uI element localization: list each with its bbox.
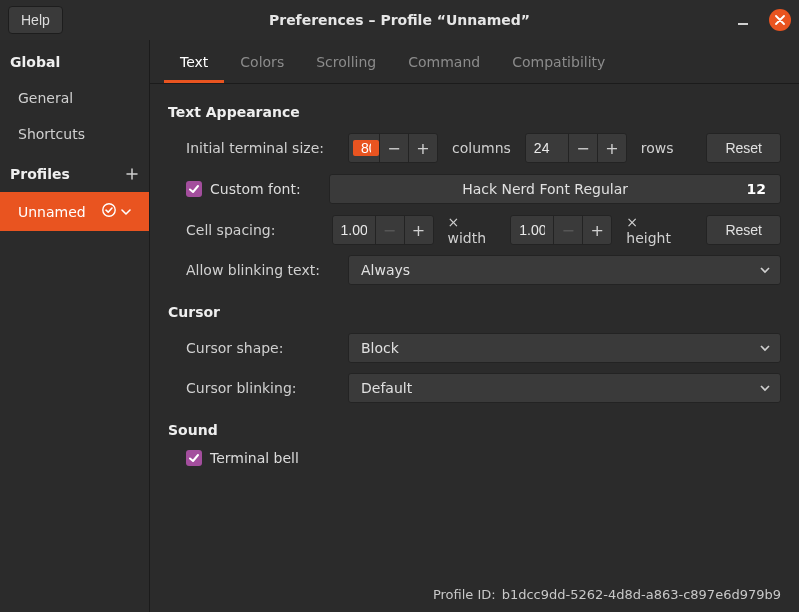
custom-font-label: Custom font:	[210, 181, 301, 197]
terminal-bell-checkbox[interactable]	[186, 450, 202, 466]
sidebar-item-general[interactable]: General	[0, 80, 149, 116]
titlebar: Help Preferences – Profile “Unnamed”	[0, 0, 799, 40]
window-title: Preferences – Profile “Unnamed”	[269, 12, 530, 28]
chevron-down-icon	[760, 380, 770, 396]
cell-height-unit: × height	[626, 214, 680, 246]
profile-menu-caret-icon[interactable]	[121, 204, 131, 220]
sidebar-header-profiles: Profiles	[0, 152, 149, 192]
tabs: Text Colors Scrolling Command Compatibil…	[150, 40, 799, 84]
footer: Profile ID: b1dcc9dd-5262-4d8d-a863-c897…	[150, 576, 799, 612]
cell-width-stepper[interactable]: − +	[332, 215, 434, 245]
close-button[interactable]	[769, 9, 791, 31]
cursor-blinking-dropdown[interactable]: Default	[348, 373, 781, 403]
terminal-bell-label: Terminal bell	[210, 450, 299, 466]
tab-text[interactable]: Text	[164, 40, 224, 83]
cell-height-plus[interactable]: +	[583, 216, 611, 244]
rows-minus[interactable]: −	[569, 134, 597, 162]
section-text-appearance: Text Appearance	[168, 104, 781, 120]
sidebar: Global General Shortcuts Profiles Unname…	[0, 40, 150, 612]
chevron-down-icon	[760, 262, 770, 278]
font-chooser-button[interactable]: Hack Nerd Font Regular 12	[329, 174, 781, 204]
rows-stepper[interactable]: − +	[525, 133, 627, 163]
cell-width-input[interactable]	[333, 222, 375, 238]
default-profile-icon	[101, 202, 117, 221]
cell-spacing-label: Cell spacing:	[186, 222, 320, 238]
rows-plus[interactable]: +	[598, 134, 626, 162]
columns-minus[interactable]: −	[380, 134, 408, 162]
columns-input[interactable]	[353, 140, 379, 156]
tab-scrolling[interactable]: Scrolling	[300, 40, 392, 83]
sidebar-item-label: Unnamed	[18, 204, 86, 220]
font-size: 12	[747, 181, 766, 197]
custom-font-checkbox[interactable]	[186, 181, 202, 197]
cell-height-input[interactable]	[511, 222, 553, 238]
tab-content: Text Appearance Initial terminal size: −…	[150, 84, 799, 576]
tab-command[interactable]: Command	[392, 40, 496, 83]
allow-blinking-dropdown[interactable]: Always	[348, 255, 781, 285]
sidebar-header-global: Global	[0, 40, 149, 80]
reset-size-button[interactable]: Reset	[706, 133, 781, 163]
font-name: Hack Nerd Font Regular	[344, 181, 747, 197]
cell-width-unit: × width	[448, 214, 497, 246]
cursor-shape-label: Cursor shape:	[186, 340, 336, 356]
profile-id-label: Profile ID:	[433, 587, 496, 602]
cell-width-plus[interactable]: +	[405, 216, 433, 244]
columns-plus[interactable]: +	[409, 134, 437, 162]
columns-stepper[interactable]: − +	[348, 133, 438, 163]
section-sound: Sound	[168, 422, 781, 438]
svg-point-1	[103, 204, 115, 216]
cell-height-minus: −	[554, 216, 582, 244]
tab-compatibility[interactable]: Compatibility	[496, 40, 621, 83]
allow-blinking-label: Allow blinking text:	[186, 262, 336, 278]
reset-spacing-button[interactable]: Reset	[706, 215, 781, 245]
sidebar-item-shortcuts[interactable]: Shortcuts	[0, 116, 149, 152]
cursor-shape-dropdown[interactable]: Block	[348, 333, 781, 363]
help-button[interactable]: Help	[8, 6, 63, 34]
svg-rect-0	[738, 23, 748, 25]
section-cursor: Cursor	[168, 304, 781, 320]
profile-id-value: b1dcc9dd-5262-4d8d-a863-c897e6d979b9	[502, 587, 781, 602]
chevron-down-icon	[760, 340, 770, 356]
minimize-button[interactable]	[735, 12, 751, 28]
rows-input[interactable]	[526, 140, 568, 156]
sidebar-item-profile-unnamed[interactable]: Unnamed	[0, 192, 149, 231]
rows-unit: rows	[641, 140, 674, 156]
columns-unit: columns	[452, 140, 511, 156]
cursor-blinking-label: Cursor blinking:	[186, 380, 336, 396]
cell-width-minus: −	[376, 216, 404, 244]
cell-height-stepper[interactable]: − +	[510, 215, 612, 245]
add-profile-button[interactable]	[125, 167, 139, 181]
initial-size-label: Initial terminal size:	[186, 140, 336, 156]
tab-colors[interactable]: Colors	[224, 40, 300, 83]
